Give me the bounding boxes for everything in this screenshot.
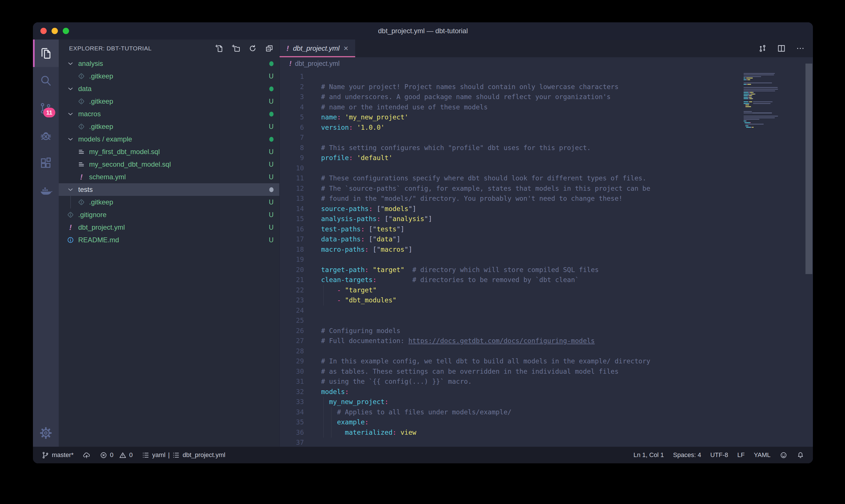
language-indicator[interactable]: YAML	[754, 451, 771, 459]
code-line-10: 10	[280, 163, 813, 174]
tree-file-my-first-dbt-model-sql[interactable]: my_first_dbt_model.sqlU	[59, 145, 279, 158]
tree-file--gitkeep[interactable]: .gitkeepU	[59, 196, 279, 209]
activitybar-extensions[interactable]	[33, 149, 59, 177]
close-tab-icon[interactable]: ×	[343, 44, 348, 52]
code-line-20: 20target-path: "target" # directory whic…	[280, 265, 813, 275]
activitybar-settings[interactable]	[33, 419, 59, 447]
indentation-indicator[interactable]: Spaces: 4	[673, 451, 701, 459]
tree-folder-analysis[interactable]: analysis	[59, 57, 279, 70]
git-branch-indicator[interactable]: master*	[41, 451, 74, 459]
code-line-14: 14source-paths: ["models"]	[280, 204, 813, 214]
tree-folder-macros[interactable]: macros	[59, 108, 279, 120]
tree-file-readme-md[interactable]: README.mdU	[59, 234, 279, 246]
activitybar-search[interactable]	[33, 67, 59, 94]
line-number: 19	[280, 255, 304, 265]
tab-label: dbt_project.yml	[293, 44, 340, 52]
yaml-file-icon: !	[289, 60, 292, 68]
tree-item-label: README.md	[78, 236, 266, 244]
files-icon	[39, 47, 52, 60]
code-line-6: 6version: '1.0.0'	[280, 123, 813, 133]
new-file-icon[interactable]	[215, 44, 224, 53]
explorer-sidebar: EXPLORER: DBT-TUTORIAL	[59, 39, 280, 447]
tree-item-label: dbt_project.yml	[78, 223, 266, 231]
activitybar-explorer[interactable]	[33, 39, 59, 67]
tree-item-label: schema.yml	[89, 173, 266, 181]
line-number: 3	[280, 92, 304, 102]
collapse-folders-icon[interactable]	[265, 44, 273, 53]
tree-item-label: .gitkeep	[89, 97, 266, 105]
minimap[interactable]	[743, 71, 798, 130]
tree-item-label: .gitkeep	[89, 72, 266, 80]
tree-file--gitkeep[interactable]: .gitkeepU	[59, 70, 279, 83]
activitybar-docker[interactable]	[33, 177, 59, 204]
feedback-smiley-icon[interactable]	[780, 451, 787, 459]
code-editor[interactable]: 12# Name your project! Project names sho…	[280, 70, 813, 447]
yaml-file-icon: !	[66, 223, 75, 232]
new-folder-icon[interactable]	[232, 44, 240, 53]
more-actions-icon[interactable]	[796, 44, 805, 53]
tab-dbt-project-yml[interactable]: ! dbt_project.yml ×	[280, 39, 355, 57]
close-window-button[interactable]	[40, 28, 47, 34]
code-line-26: 26# Configuring models	[280, 326, 813, 336]
tree-file-dbt-project-yml[interactable]: !dbt_project.ymlU	[59, 221, 279, 234]
problems-indicator[interactable]: 0 0	[100, 451, 133, 459]
editor-scrollbar[interactable]	[806, 64, 812, 274]
code-line-18: 18macro-paths: ["macros"]	[280, 245, 813, 255]
line-number: 13	[280, 194, 304, 204]
cloud-upload-icon	[83, 451, 91, 459]
git-changes-dot-badge	[269, 187, 273, 192]
tree-file-my-second-dbt-model-sql[interactable]: my_second_dbt_model.sqlU	[59, 158, 279, 171]
tree-item-label: .gitignore	[78, 211, 266, 219]
code-line-31: 31# using the `{{ config(...) }}` macro.	[280, 377, 813, 387]
branch-name: master*	[52, 451, 74, 459]
line-number: 6	[280, 123, 304, 133]
line-number: 18	[280, 245, 304, 255]
git-file-icon	[66, 211, 75, 219]
yaml-file-icon: !	[286, 44, 289, 53]
scm-badge: 11	[43, 108, 55, 118]
tree-item-label: my_first_dbt_model.sql	[89, 148, 266, 156]
extensions-icon	[39, 157, 52, 170]
refresh-icon[interactable]	[248, 44, 257, 53]
line-number: 1	[280, 72, 304, 82]
git-changes-dot-badge	[269, 112, 273, 116]
vscode-window: dbt_project.yml — dbt-tutorial	[33, 22, 813, 463]
publish-changes-button[interactable]	[83, 451, 91, 459]
code-line-22: 22 - "target"	[280, 285, 813, 295]
breadcrumb[interactable]: ! dbt_project.yml	[280, 57, 813, 70]
selection-list-icon	[142, 451, 149, 459]
chevron-down-icon	[66, 135, 75, 143]
titlebar[interactable]: dbt_project.yml — dbt-tutorial	[33, 22, 813, 39]
git-file-icon	[77, 97, 86, 106]
chevron-down-icon	[66, 59, 75, 68]
tree-file-schema-yml[interactable]: !schema.ymlU	[59, 171, 279, 183]
tree-item-label: macros	[78, 110, 266, 118]
code-line-5: 5name: 'my_new_project'	[280, 112, 813, 123]
tree-file--gitkeep[interactable]: .gitkeepU	[59, 95, 279, 108]
notifications-bell-icon[interactable]	[796, 451, 804, 459]
eol-indicator[interactable]: LF	[737, 451, 745, 459]
split-editor-icon[interactable]	[777, 44, 786, 53]
encoding-indicator[interactable]: UTF-8	[711, 451, 728, 459]
git-changes-dot-badge	[269, 87, 273, 91]
minimize-window-button[interactable]	[52, 28, 58, 34]
yaml-file-icon: !	[77, 173, 86, 181]
code-line-4: 4# name or the intended use of these mod…	[280, 102, 813, 112]
open-changes-icon[interactable]	[758, 44, 767, 53]
zoom-window-button[interactable]	[63, 28, 69, 34]
tree-folder-tests[interactable]: tests	[59, 183, 279, 196]
yaml-lint-indicator[interactable]: yaml | dbt_project.yml	[142, 451, 225, 459]
tree-folder-data[interactable]: data	[59, 83, 279, 95]
code-line-15: 15analysis-paths: ["analysis"]	[280, 214, 813, 224]
chevron-down-icon	[66, 110, 75, 118]
line-col-indicator[interactable]: Ln 1, Col 1	[633, 451, 664, 459]
activitybar-run-and-debug[interactable]	[33, 122, 59, 149]
line-number: 27	[280, 336, 304, 346]
tree-file--gitkeep[interactable]: .gitkeepU	[59, 120, 279, 133]
tree-folder-models-example[interactable]: models / example	[59, 133, 279, 145]
tree-file--gitignore[interactable]: .gitignoreU	[59, 209, 279, 221]
indicator-separator: |	[168, 451, 170, 459]
activitybar-source-control[interactable]: 11	[33, 94, 59, 122]
window-title: dbt_project.yml — dbt-tutorial	[378, 27, 468, 35]
activity-bar: 11	[33, 39, 59, 447]
